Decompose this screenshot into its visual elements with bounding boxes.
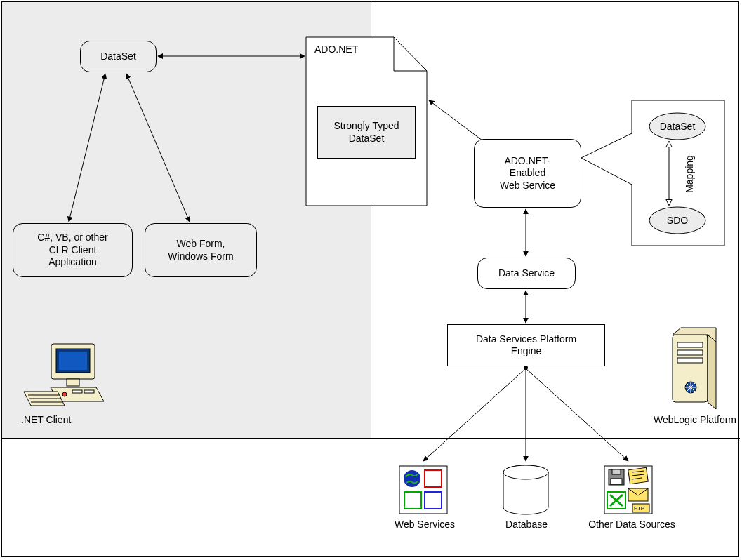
node-strongly-typed: Strongly Typed DataSet: [317, 106, 416, 159]
node-data-service: Data Service: [477, 258, 576, 289]
text-webform: Web Form, Windows Form: [168, 238, 233, 262]
text-adonet-doc: ADO.NET: [314, 44, 385, 55]
node-webform: Web Form, Windows Form: [145, 223, 257, 277]
label-database: Database: [491, 519, 562, 530]
text-strongly-typed: Strongly Typed DataSet: [333, 120, 399, 145]
node-dsp-engine: Data Services Platform Engine: [447, 324, 605, 366]
text-dsp-engine: Data Services Platform Engine: [476, 333, 576, 358]
text-mapping: Mapping: [684, 155, 695, 193]
text-dataset-right: DataSet: [653, 121, 702, 132]
text-clr-app: C#, VB, or other CLR Client Application: [37, 232, 107, 269]
text-dataset-client: DataSet: [100, 51, 136, 63]
diagram-canvas: DataSet C#, VB, or other CLR Client Appl…: [0, 0, 742, 560]
node-dataset-client: DataSet: [80, 41, 157, 72]
label-weblogic: WebLogic Platform: [646, 414, 742, 425]
label-other-ds: Other Data Sources: [576, 519, 688, 530]
net-client-region: [2, 2, 371, 439]
label-web-services: Web Services: [386, 519, 463, 530]
text-web-service: ADO.NET- Enabled Web Service: [500, 155, 555, 192]
text-data-service: Data Service: [498, 267, 555, 280]
node-clr-app: C#, VB, or other CLR Client Application: [13, 223, 133, 277]
node-web-service: ADO.NET- Enabled Web Service: [474, 139, 581, 208]
label-net-client: .NET Client: [21, 414, 119, 425]
text-sdo: SDO: [653, 215, 702, 226]
